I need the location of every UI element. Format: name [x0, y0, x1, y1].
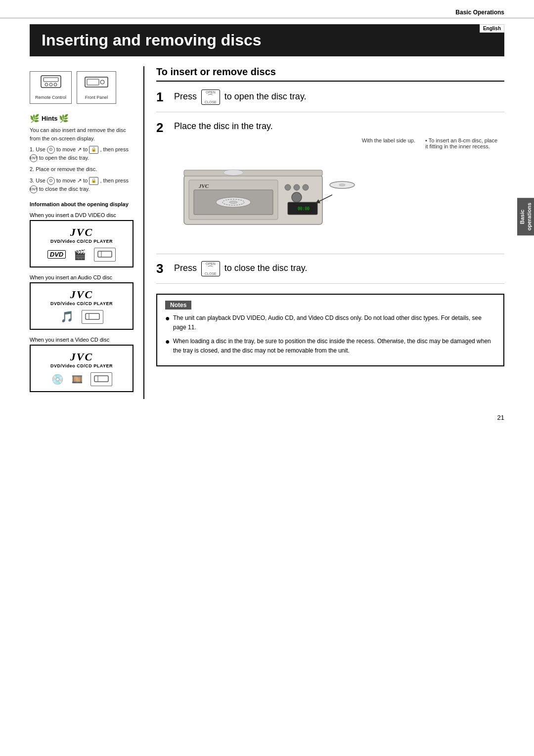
hints-content: You can also insert and remove the disc …	[30, 126, 134, 193]
hints-step2: 2. Place or remove the disc.	[30, 165, 134, 174]
right-content: To insert or remove discs 1 Press OPEN ⌒…	[143, 66, 504, 399]
step-3-content: Press OPEN ⌒ CLOSE to close the disc tra…	[174, 261, 504, 276]
english-badge: English	[480, 24, 504, 33]
step-1-text: Press OPEN ⌒ CLOSE to open the disc tray…	[174, 89, 504, 105]
svg-rect-12	[94, 376, 108, 382]
svg-point-4	[54, 83, 57, 86]
step-2-content: Place the disc in the tray. With the lab…	[174, 120, 504, 246]
step-1-content: Press OPEN ⌒ CLOSE to open the disc tray…	[174, 89, 504, 105]
notes-badge: Notes	[165, 301, 191, 310]
disc-tray-icon-2: 🔒	[89, 177, 98, 185]
svg-point-7	[100, 80, 104, 84]
svg-point-21	[303, 184, 309, 190]
tray-icon-2	[82, 310, 103, 324]
label-side-up: With the label side up.	[174, 137, 415, 143]
dvd-badge-1: DVD	[47, 250, 66, 259]
player-subtitle-2: DVD/Video CD/CD PLAYER	[36, 301, 128, 306]
diagram-notes: • To insert an 8-cm disc, place it fitti…	[425, 137, 504, 246]
step-3-after: to close the disc tray.	[224, 263, 308, 273]
tray-icon-1	[94, 248, 116, 262]
video-cd-icons-row: 💿 🎞️	[36, 372, 128, 386]
dvd-display-box: JVC DVD/Video CD/CD PLAYER DVD 🎬	[30, 220, 134, 267]
svg-rect-1	[44, 78, 58, 82]
jvc-logo-1: JVC	[36, 226, 128, 239]
step-2: 2 Place the disc in the tray. With the l…	[156, 120, 504, 246]
page-number: 21	[0, 409, 534, 426]
audio-cd-icons-row: 🎵	[36, 310, 128, 324]
leaf-icon: 🌿	[30, 114, 40, 123]
svg-point-27	[223, 170, 243, 176]
enter-btn-2: ENT	[30, 185, 38, 193]
section-title: To insert or remove discs	[156, 66, 504, 82]
hints-step3: 3. Use ⊙ to move ↗ to 🔒 , then press ENT…	[30, 177, 134, 193]
film-icon-2: 🎞️	[72, 374, 83, 385]
note-text-1: The unit can playback DVD VIDEO, Audio C…	[173, 313, 495, 332]
bullet-2: ●	[165, 337, 173, 346]
svg-point-20	[294, 184, 300, 190]
hints-leaf-right: 🌿	[59, 114, 69, 123]
step-3-text: Press OPEN ⌒ CLOSE to close the disc tra…	[174, 261, 504, 276]
joystick-icon-2: ⊙	[47, 177, 55, 185]
device-icons-row: Remote Control Front Panel	[30, 71, 134, 104]
enter-btn-1: ENT	[30, 154, 38, 162]
side-tab-line2: operations	[526, 203, 532, 230]
step-1-press: Press	[174, 91, 197, 101]
info-section: Information about the opening display Wh…	[30, 201, 134, 392]
svg-text:00:00: 00:00	[298, 207, 310, 211]
step-1: 1 Press OPEN ⌒ CLOSE to open the disc tr…	[156, 89, 504, 112]
hints-title: 🌿 Hints 🌿	[30, 114, 134, 123]
note-item-2: ● When loading a disc in the tray, be su…	[165, 337, 495, 356]
note-item-1: ● The unit can playback DVD VIDEO, Audio…	[165, 313, 495, 332]
svg-point-30	[339, 184, 345, 186]
step-3-number: 3	[156, 262, 174, 275]
main-content: Remote Control Front Panel 🌿	[30, 66, 504, 399]
svg-rect-6	[87, 79, 99, 85]
left-sidebar: Remote Control Front Panel 🌿	[30, 66, 143, 399]
open-close-button-1: OPEN ⌒ CLOSE	[201, 89, 220, 105]
front-panel-graphic	[82, 75, 111, 92]
note-8cm: • To insert an 8-cm disc, place it fitti…	[425, 137, 499, 149]
dvd-icons-row: DVD 🎬	[36, 248, 128, 262]
notes-title: Notes	[165, 301, 495, 310]
hints-label: Hints	[42, 115, 58, 122]
audio-cd-display-box: JVC DVD/Video CD/CD PLAYER 🎵	[30, 282, 134, 330]
svg-point-3	[49, 83, 52, 86]
note-text-2: When loading a disc in the tray, be sure…	[173, 337, 495, 356]
jvc-logo-2: JVC	[36, 288, 128, 301]
step-2-number: 2	[156, 121, 174, 134]
svg-point-19	[285, 184, 291, 190]
info-title: Information about the opening display	[30, 201, 134, 207]
step-2-text: Place the disc in the tray.	[174, 120, 504, 133]
bullet-1: ●	[165, 313, 173, 323]
notes-content: ● The unit can playback DVD VIDEO, Audio…	[165, 313, 495, 356]
video-disc-icon: 💿	[51, 373, 64, 385]
title-banner: Inserting and removing discs English	[30, 24, 504, 56]
video-cd-label: When you insert a Video CD disc	[30, 337, 134, 343]
hints-box: 🌿 Hints 🌿 You can also insert and remove…	[30, 114, 134, 193]
dvd-player-svg: 00:00 JVC	[174, 145, 362, 244]
svg-point-2	[45, 83, 48, 86]
dvd-disc-label: When you insert a DVD VIDEO disc	[30, 212, 134, 218]
audio-cd-label: When you insert an Audio CD disc	[30, 274, 134, 280]
page-container: Basic Operations Inserting and removing …	[0, 0, 534, 756]
step-3-press: Press	[174, 263, 197, 273]
player-illustration: With the label side up.	[174, 137, 415, 246]
disc-tray-icon-1: 🔒	[89, 146, 98, 154]
hints-intro: You can also insert and remove the disc …	[30, 126, 134, 142]
tray-icon-3	[90, 372, 112, 386]
jvc-logo-3: JVC	[36, 351, 128, 363]
step-1-number: 1	[156, 90, 174, 103]
side-tab-line1: Basic	[519, 209, 525, 223]
joystick-icon-1: ⊙	[47, 146, 55, 154]
page-title: Inserting and removing discs	[42, 31, 492, 49]
top-bar: Basic Operations	[0, 0, 534, 18]
svg-point-18	[229, 201, 237, 204]
disc-note: • To insert an 8-cm disc, place it fitti…	[425, 137, 499, 149]
remote-control-icon-box: Remote Control	[30, 71, 72, 104]
svg-rect-8	[98, 251, 112, 257]
svg-text:JVC: JVC	[198, 183, 209, 189]
open-close-button-2: OPEN ⌒ CLOSE	[201, 261, 220, 276]
front-panel-icon-box: Front Panel	[77, 71, 116, 104]
video-cd-display-box: JVC DVD/Video CD/CD PLAYER 💿 🎞️	[30, 345, 134, 392]
hints-step1: 1. Use ⊙ to move ↗ to 🔒 , then press ENT…	[30, 145, 134, 162]
